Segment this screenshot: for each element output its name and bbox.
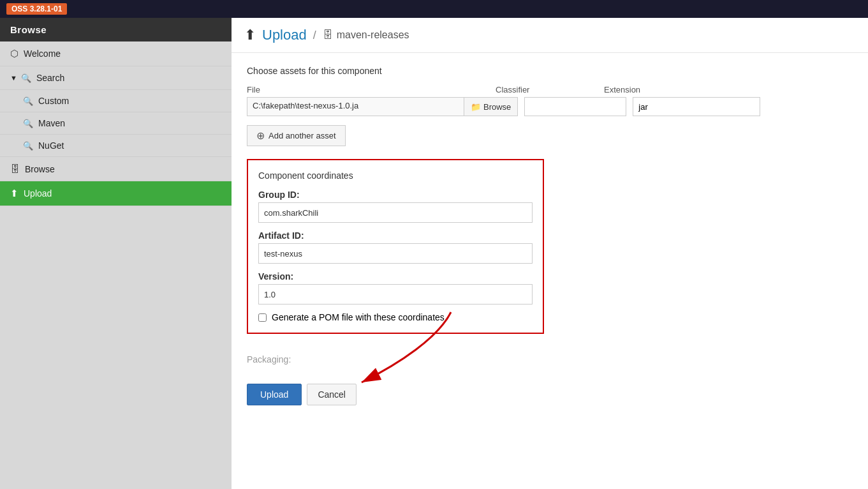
custom-search-icon: 🔍 bbox=[23, 96, 33, 106]
upload-sidebar-icon: ⬆ bbox=[10, 188, 18, 199]
classifier-input[interactable] bbox=[524, 97, 626, 116]
folder-icon: 📁 bbox=[471, 102, 481, 112]
maven-search-icon: 🔍 bbox=[23, 119, 33, 128]
app-logo: OSS 3.28.1-01 bbox=[6, 3, 67, 15]
sidebar-item-label: Custom bbox=[38, 96, 69, 106]
cancel-button[interactable]: Cancel bbox=[307, 384, 357, 405]
repo-name: maven-releases bbox=[337, 29, 409, 41]
coordinates-section-title: Component coordinates bbox=[258, 170, 533, 181]
search-group-icon: 🔍 bbox=[21, 73, 31, 83]
sidebar-item-label: Upload bbox=[24, 188, 52, 199]
file-column-header: File bbox=[247, 85, 489, 94]
sidebar: Browse ⬡ Welcome ▼ 🔍 Search 🔍 Custom 🔍 M… bbox=[0, 18, 232, 489]
file-group: C:\fakepath\test-nexus-1.0.ja 📁 Browse bbox=[247, 97, 518, 116]
column-headers: File Classifier Extension bbox=[247, 85, 853, 94]
sidebar-item-custom[interactable]: 🔍 Custom bbox=[0, 90, 232, 112]
asset-row: C:\fakepath\test-nexus-1.0.ja 📁 Browse bbox=[247, 97, 853, 116]
repo-icon: 🗄 bbox=[323, 29, 333, 41]
version-label: Version: bbox=[258, 271, 533, 282]
artifact-id-label: Artifact ID: bbox=[258, 230, 533, 241]
sidebar-item-search[interactable]: ▼ 🔍 Search bbox=[0, 66, 232, 90]
browse-button[interactable]: 📁 Browse bbox=[464, 97, 518, 116]
action-buttons: Upload Cancel bbox=[247, 384, 853, 405]
group-id-input[interactable] bbox=[258, 202, 533, 223]
classifier-column-header: Classifier bbox=[496, 85, 598, 94]
group-id-field: Group ID: bbox=[258, 190, 533, 223]
version-field: Version: bbox=[258, 271, 533, 305]
pom-checkbox-label: Generate a POM file with these coordinat… bbox=[272, 312, 445, 322]
main-layout: Browse ⬡ Welcome ▼ 🔍 Search 🔍 Custom 🔍 M… bbox=[0, 18, 868, 489]
breadcrumb-separator: / bbox=[313, 29, 316, 42]
content-body: Choose assets for this component File Cl… bbox=[232, 53, 868, 418]
page-title: Upload bbox=[262, 27, 307, 43]
packaging-field: Packaging: bbox=[247, 354, 853, 365]
content-header: ⬆ Upload / 🗄 maven-releases bbox=[232, 18, 868, 53]
nuget-search-icon: 🔍 bbox=[23, 141, 33, 151]
browse-icon: 🗄 bbox=[10, 163, 20, 174]
packaging-label: Packaging: bbox=[247, 354, 291, 365]
sidebar-item-label: Browse bbox=[25, 164, 55, 174]
artifact-id-field: Artifact ID: bbox=[258, 230, 533, 264]
welcome-icon: ⬡ bbox=[10, 48, 18, 59]
content-area: ⬆ Upload / 🗄 maven-releases Choose asset… bbox=[232, 18, 868, 489]
add-another-asset-button[interactable]: ⊕ Add another asset bbox=[247, 125, 346, 146]
upload-button[interactable]: Upload bbox=[247, 384, 302, 405]
extension-column-header: Extension bbox=[604, 85, 732, 94]
file-path-display: C:\fakepath\test-nexus-1.0.ja bbox=[247, 97, 464, 116]
group-id-label: Group ID: bbox=[258, 190, 533, 200]
plus-circle-icon: ⊕ bbox=[256, 130, 265, 142]
top-bar: OSS 3.28.1-01 bbox=[0, 0, 868, 18]
sidebar-item-nuget[interactable]: 🔍 NuGet bbox=[0, 135, 232, 157]
upload-header-icon: ⬆ bbox=[244, 27, 256, 43]
version-input[interactable] bbox=[258, 284, 533, 305]
sidebar-item-maven[interactable]: 🔍 Maven bbox=[0, 112, 232, 135]
component-coordinates-section: Component coordinates Group ID: Artifact… bbox=[247, 159, 544, 334]
sidebar-header: Browse bbox=[0, 18, 232, 41]
sidebar-item-upload[interactable]: ⬆ Upload bbox=[0, 181, 232, 206]
chevron-down-icon: ▼ bbox=[10, 74, 17, 82]
sidebar-item-welcome[interactable]: ⬡ Welcome bbox=[0, 41, 232, 66]
pom-checkbox-row: Generate a POM file with these coordinat… bbox=[258, 312, 533, 322]
artifact-id-input[interactable] bbox=[258, 243, 533, 264]
sidebar-item-label: Welcome bbox=[24, 49, 61, 59]
assets-section-label: Choose assets for this component bbox=[247, 66, 853, 76]
extension-input[interactable] bbox=[633, 97, 760, 116]
sidebar-item-label: Maven bbox=[38, 118, 65, 128]
pom-checkbox[interactable] bbox=[258, 313, 267, 322]
sidebar-item-label: Search bbox=[36, 73, 64, 83]
sidebar-item-browse[interactable]: 🗄 Browse bbox=[0, 157, 232, 181]
sidebar-item-label: NuGet bbox=[38, 140, 64, 151]
